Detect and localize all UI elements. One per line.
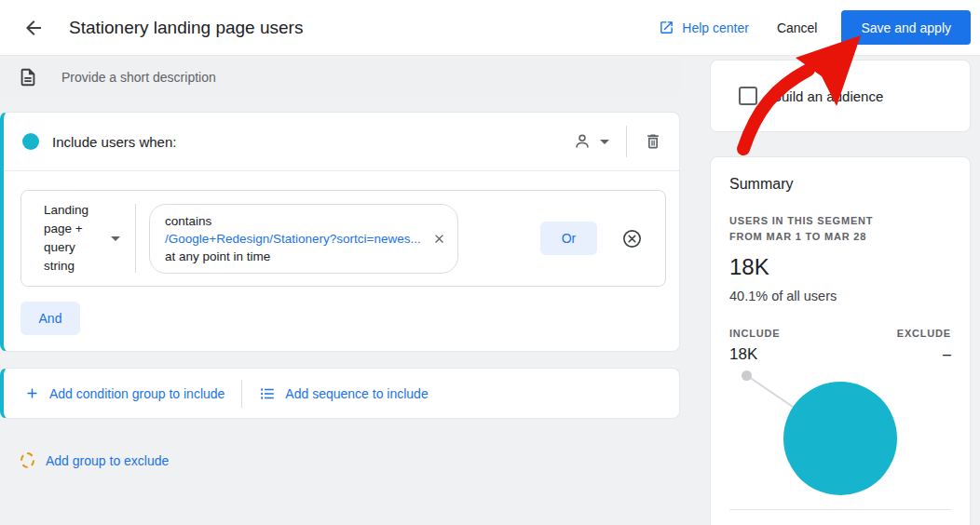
- divider: [626, 126, 627, 157]
- exclude-value: –: [943, 346, 951, 363]
- include-column-label: INCLUDE: [729, 328, 781, 339]
- person-icon: [572, 131, 592, 152]
- include-card-header: Include users when:: [4, 113, 679, 171]
- trash-icon: [644, 131, 662, 152]
- add-condition-group-button[interactable]: Add condition group to include: [24, 385, 225, 401]
- summary-percent: 40.1% of all users: [729, 289, 951, 303]
- help-center-label: Help center: [682, 20, 749, 35]
- close-icon: [432, 232, 446, 246]
- add-group-to-exclude-label: Add group to exclude: [46, 453, 169, 468]
- scope-selector-dropdown[interactable]: [572, 131, 609, 152]
- help-center-link[interactable]: Help center: [659, 20, 749, 35]
- circled-x-icon: [621, 228, 643, 249]
- back-arrow-icon: [22, 17, 45, 39]
- summary-subtitle-line2: FROM MAR 1 TO MAR 28: [729, 229, 951, 245]
- dimension-label: Landing page + query string: [44, 201, 100, 276]
- summary-subtitle-line1: USERS IN THIS SEGMENT: [729, 213, 951, 229]
- add-sequence-label: Add sequence to include: [285, 386, 428, 401]
- description-field[interactable]: Provide a short description: [0, 58, 680, 96]
- header-actions: Help center Cancel Save and apply: [659, 10, 971, 45]
- summary-users-total: 18K: [729, 254, 951, 280]
- summary-subtitle: USERS IN THIS SEGMENT FROM MAR 1 TO MAR …: [729, 213, 951, 245]
- top-app-bar: Stationery landing page users Help cente…: [0, 0, 980, 56]
- summary-title: Summary: [729, 176, 951, 193]
- condition-operator: contains: [165, 212, 421, 230]
- save-and-apply-button[interactable]: Save and apply: [841, 10, 971, 45]
- segment-scope-dot: [22, 133, 39, 150]
- summary-card: Summary USERS IN THIS SEGMENT FROM MAR 1…: [710, 156, 971, 525]
- dimension-dropdown[interactable]: Landing page + query string: [21, 201, 120, 276]
- description-placeholder: Provide a short description: [61, 70, 216, 85]
- condition-row: Landing page + query string contains /Go…: [20, 190, 666, 287]
- page-title: Stationery landing page users: [69, 18, 303, 38]
- condition-value: /Google+Redesign/Stationery?sortci=newes…: [165, 230, 421, 248]
- divider: [241, 380, 242, 408]
- segment-builder-page: Stationery landing page users Help cente…: [0, 0, 980, 525]
- include-condition-card: Include users when:: [0, 112, 680, 352]
- plus-icon: [24, 385, 40, 401]
- divider: [135, 204, 136, 273]
- add-group-card: Add condition group to include Add seque…: [0, 368, 680, 419]
- divider: [729, 509, 951, 510]
- open-in-new-icon: [659, 20, 674, 35]
- chevron-down-icon: [111, 236, 120, 241]
- remove-condition-button[interactable]: [621, 228, 643, 249]
- add-sequence-button[interactable]: Add sequence to include: [259, 385, 428, 402]
- or-condition-button[interactable]: Or: [540, 222, 597, 255]
- chevron-down-icon: [600, 140, 609, 144]
- build-audience-checkbox[interactable]: [739, 87, 757, 105]
- back-button[interactable]: [20, 15, 47, 41]
- build-audience-card: Build an audience: [710, 60, 971, 132]
- document-icon: [18, 66, 38, 88]
- cancel-button[interactable]: Cancel: [777, 20, 818, 35]
- condition-filter-chip[interactable]: contains /Google+Redesign/Stationery?sor…: [149, 204, 458, 274]
- connector-dot: [742, 370, 752, 381]
- include-value: 18K: [729, 345, 757, 364]
- include-users-when-label: Include users when:: [52, 134, 176, 150]
- delete-group-button[interactable]: [644, 131, 662, 152]
- build-audience-label: Build an audience: [772, 88, 883, 104]
- exclude-column-label: EXCLUDE: [897, 328, 951, 339]
- dashed-circle-icon: [20, 452, 34, 468]
- condition-scope: at any point in time: [165, 248, 421, 265]
- add-condition-group-label: Add condition group to include: [49, 386, 225, 401]
- segment-pie-chart: [729, 368, 951, 517]
- and-condition-button[interactable]: And: [20, 302, 80, 335]
- add-group-to-exclude-button[interactable]: Add group to exclude: [20, 452, 169, 468]
- include-pie-circle: [783, 382, 897, 495]
- sequence-list-icon: [259, 385, 276, 402]
- clear-filter-button[interactable]: [432, 232, 446, 246]
